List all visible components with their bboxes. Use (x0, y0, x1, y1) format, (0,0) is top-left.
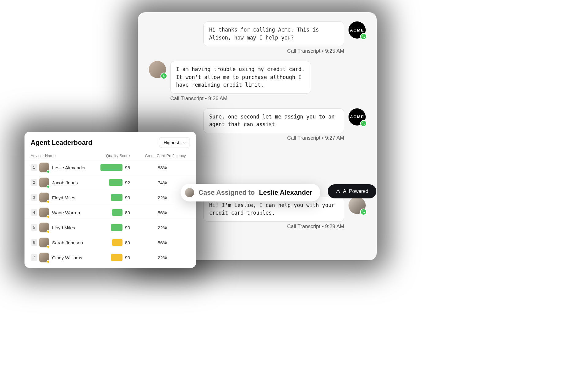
leaderboard-columns: Advisor Name Quality Score Credit Card P… (24, 152, 196, 160)
quality-score: 90 (123, 255, 135, 260)
avatar-mini (185, 188, 194, 197)
proficiency-value: 22% (135, 225, 190, 230)
status-dot (47, 170, 50, 173)
quality-bar (111, 224, 123, 231)
advisor-avatar (39, 253, 49, 262)
avatar-acme: ACME (349, 21, 366, 39)
case-assigned-pill: Case Assigned to Leslie Alexander (181, 184, 320, 201)
chat-message: Hi thanks for calling Acme. This is Alis… (149, 21, 366, 46)
phone-icon (160, 73, 167, 79)
avatar-acme: ACME (349, 108, 366, 126)
sparkle-icon (336, 189, 341, 194)
avatar-customer (149, 61, 166, 78)
chat-message: I am having trouble using my credit card… (149, 61, 366, 94)
col-advisor: Advisor Name (31, 153, 95, 158)
chat-bubble: Hi thanks for calling Acme. This is Alis… (203, 21, 344, 46)
ai-label: AI Powered (343, 189, 368, 194)
rank-badge: 7 (31, 254, 37, 261)
proficiency-value: 56% (135, 210, 190, 215)
status-dot (47, 230, 50, 233)
advisor-name: Floyd Miles (52, 195, 95, 200)
status-dot (47, 260, 50, 263)
quality-score: 89 (123, 210, 135, 215)
leaderboard-row[interactable]: 2Jacob Jones9274% (24, 175, 196, 190)
proficiency-value: 22% (135, 255, 190, 260)
avatar-agent-leslie (349, 197, 366, 214)
col-quality: Quality Score (95, 153, 141, 158)
advisor-name: Cindy Williams (52, 255, 95, 260)
leaderboard-row[interactable]: 3Floyd Miles9022% (24, 190, 196, 205)
advisor-avatar (39, 193, 49, 202)
status-dot (47, 215, 50, 218)
leaderboard-row[interactable]: 1Leslie Alexander9688% (24, 160, 196, 175)
chat-bubble: I am having trouble using my credit card… (170, 61, 311, 94)
leaderboard-row[interactable]: 5Lloyd Miles9022% (24, 220, 196, 235)
quality-bar (100, 164, 123, 171)
phone-icon (360, 209, 367, 215)
rank-badge: 1 (31, 164, 37, 171)
advisor-name: Sarah Johnson (52, 240, 95, 245)
quality-bar (112, 239, 123, 246)
chat-message: Sure, one second let me assign you to an… (149, 108, 366, 133)
advisor-name: Lloyd Miles (52, 225, 95, 230)
advisor-name: Leslie Alexander (52, 165, 95, 170)
rank-badge: 6 (31, 239, 37, 246)
quality-score: 96 (123, 165, 135, 170)
advisor-avatar (39, 163, 49, 172)
rank-badge: 3 (31, 194, 37, 201)
proficiency-value: 56% (135, 240, 190, 245)
phone-icon (360, 120, 367, 127)
leaderboard-title: Agent Leaderboard (31, 139, 92, 147)
advisor-avatar (39, 238, 49, 247)
phone-icon (360, 33, 367, 40)
status-dot (47, 245, 50, 248)
leaderboard-row[interactable]: 7Cindy Williams9022% (24, 250, 196, 265)
quality-bar (109, 179, 123, 186)
acme-label: ACME (350, 115, 364, 119)
advisor-avatar (39, 223, 49, 232)
proficiency-value: 88% (135, 165, 190, 170)
advisor-name: Jacob Jones (52, 180, 95, 185)
advisor-avatar (39, 178, 49, 187)
rank-badge: 5 (31, 224, 37, 231)
leaderboard-row[interactable]: 4Wade Warren8956% (24, 205, 196, 220)
ai-powered-badge: AI Powered (328, 184, 376, 198)
sort-select[interactable]: Highest (159, 137, 190, 148)
quality-bar (112, 209, 123, 216)
acme-label: ACME (350, 28, 364, 32)
advisor-avatar (39, 208, 49, 217)
leaderboard-panel: Agent Leaderboard Highest Advisor Name Q… (24, 132, 196, 268)
quality-score: 92 (123, 180, 135, 185)
leaderboard-row[interactable]: 6Sarah Johnson8956% (24, 235, 196, 250)
quality-score: 90 (123, 225, 135, 230)
quality-bar (111, 194, 123, 201)
chat-meta: Call Transcript • 9:26 AM (149, 96, 366, 102)
quality-score: 89 (123, 240, 135, 245)
status-dot (47, 185, 50, 188)
case-assignee: Leslie Alexander (259, 189, 312, 197)
col-proficiency: Credit Card Proficiency (141, 153, 190, 158)
chat-bubble: Sure, one second let me assign you to an… (203, 108, 344, 133)
chat-meta: Call Transcript • 9:25 AM (149, 48, 366, 54)
rank-badge: 2 (31, 179, 37, 186)
status-dot (47, 200, 50, 203)
advisor-name: Wade Warren (52, 210, 95, 215)
quality-score: 90 (123, 195, 135, 200)
rank-badge: 4 (31, 209, 37, 216)
proficiency-value: 74% (135, 180, 190, 185)
quality-bar (111, 254, 123, 261)
case-prefix: Case Assigned to (198, 189, 255, 197)
